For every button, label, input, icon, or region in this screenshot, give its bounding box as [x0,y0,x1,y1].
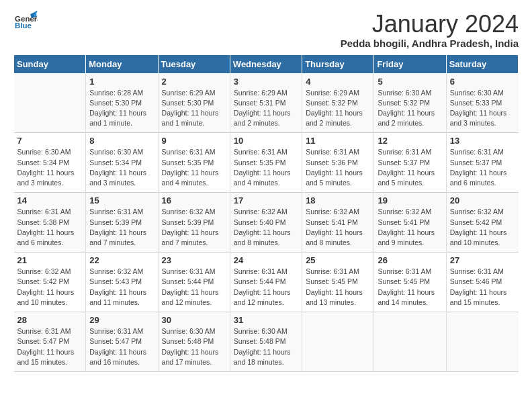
cell-info: Sunrise: 6:30 AM Sunset: 5:32 PM Dayligh… [378,88,442,129]
day-number: 31 [234,315,298,325]
calendar-cell: 19Sunrise: 6:32 AM Sunset: 5:41 PM Dayli… [374,193,446,253]
day-number: 2 [162,77,226,87]
day-number: 29 [89,315,154,325]
cell-info: Sunrise: 6:28 AM Sunset: 5:30 PM Dayligh… [89,88,154,129]
cell-info: Sunrise: 6:32 AM Sunset: 5:40 PM Dayligh… [234,207,298,248]
page-header: General Blue January 2024 Pedda bhogili,… [13,11,519,49]
weekday-header-monday: Monday [86,54,158,73]
cell-info: Sunrise: 6:31 AM Sunset: 5:44 PM Dayligh… [162,267,226,308]
calendar-cell [14,73,86,133]
cell-info: Sunrise: 6:31 AM Sunset: 5:35 PM Dayligh… [162,147,226,188]
calendar-cell: 3Sunrise: 6:29 AM Sunset: 5:31 PM Daylig… [230,73,302,133]
cell-info: Sunrise: 6:31 AM Sunset: 5:37 PM Dayligh… [450,147,515,188]
cell-info: Sunrise: 6:29 AM Sunset: 5:30 PM Dayligh… [162,88,226,129]
calendar-cell [374,312,446,372]
svg-text:Blue: Blue [15,21,32,30]
day-number: 18 [306,195,370,205]
day-number: 13 [450,136,515,146]
calendar-cell: 29Sunrise: 6:31 AM Sunset: 5:47 PM Dayli… [86,312,158,372]
day-number: 11 [306,136,370,146]
day-number: 12 [378,136,442,146]
calendar-cell: 30Sunrise: 6:30 AM Sunset: 5:48 PM Dayli… [158,312,230,372]
cell-info: Sunrise: 6:29 AM Sunset: 5:31 PM Dayligh… [234,88,298,129]
calendar-cell: 12Sunrise: 6:31 AM Sunset: 5:37 PM Dayli… [374,133,446,193]
location: Pedda bhogili, Andhra Pradesh, India [341,38,519,49]
weekday-header-wednesday: Wednesday [230,54,302,73]
day-number: 30 [162,315,226,325]
calendar-cell [302,312,374,372]
calendar-cell: 13Sunrise: 6:31 AM Sunset: 5:37 PM Dayli… [446,133,518,193]
calendar-cell: 18Sunrise: 6:32 AM Sunset: 5:41 PM Dayli… [302,193,374,253]
cell-info: Sunrise: 6:31 AM Sunset: 5:37 PM Dayligh… [378,147,442,188]
calendar-week-row: 1Sunrise: 6:28 AM Sunset: 5:30 PM Daylig… [14,73,519,133]
cell-info: Sunrise: 6:30 AM Sunset: 5:48 PM Dayligh… [234,326,298,367]
calendar-cell: 10Sunrise: 6:31 AM Sunset: 5:35 PM Dayli… [230,133,302,193]
day-number: 7 [17,136,83,146]
weekday-header-row: SundayMondayTuesdayWednesdayThursdayFrid… [14,54,519,73]
title-block: January 2024 Pedda bhogili, Andhra Prade… [341,11,519,49]
month-title: January 2024 [341,11,519,38]
calendar-cell: 17Sunrise: 6:32 AM Sunset: 5:40 PM Dayli… [230,193,302,253]
day-number: 1 [89,77,154,87]
calendar-cell: 16Sunrise: 6:32 AM Sunset: 5:39 PM Dayli… [158,193,230,253]
day-number: 5 [378,77,442,87]
cell-info: Sunrise: 6:30 AM Sunset: 5:48 PM Dayligh… [162,326,226,367]
calendar-table: SundayMondayTuesdayWednesdayThursdayFrid… [13,54,519,372]
cell-info: Sunrise: 6:31 AM Sunset: 5:46 PM Dayligh… [450,267,515,308]
calendar-cell: 8Sunrise: 6:30 AM Sunset: 5:34 PM Daylig… [86,133,158,193]
cell-info: Sunrise: 6:32 AM Sunset: 5:43 PM Dayligh… [89,267,154,308]
day-number: 14 [17,195,83,205]
calendar-cell: 26Sunrise: 6:31 AM Sunset: 5:45 PM Dayli… [374,253,446,312]
calendar-cell: 9Sunrise: 6:31 AM Sunset: 5:35 PM Daylig… [158,133,230,193]
cell-info: Sunrise: 6:31 AM Sunset: 5:44 PM Dayligh… [234,267,298,308]
cell-info: Sunrise: 6:32 AM Sunset: 5:41 PM Dayligh… [378,207,442,248]
day-number: 24 [234,255,298,265]
cell-info: Sunrise: 6:31 AM Sunset: 5:35 PM Dayligh… [234,147,298,188]
calendar-cell: 21Sunrise: 6:32 AM Sunset: 5:42 PM Dayli… [14,253,86,312]
cell-info: Sunrise: 6:32 AM Sunset: 5:42 PM Dayligh… [450,207,515,248]
day-number: 20 [450,195,515,205]
day-number: 8 [89,136,154,146]
calendar-cell: 22Sunrise: 6:32 AM Sunset: 5:43 PM Dayli… [86,253,158,312]
calendar-week-row: 21Sunrise: 6:32 AM Sunset: 5:42 PM Dayli… [14,253,519,312]
calendar-week-row: 14Sunrise: 6:31 AM Sunset: 5:38 PM Dayli… [14,193,519,253]
calendar-cell: 31Sunrise: 6:30 AM Sunset: 5:48 PM Dayli… [230,312,302,372]
cell-info: Sunrise: 6:31 AM Sunset: 5:47 PM Dayligh… [17,326,83,367]
cell-info: Sunrise: 6:30 AM Sunset: 5:34 PM Dayligh… [89,147,154,188]
cell-info: Sunrise: 6:32 AM Sunset: 5:42 PM Dayligh… [17,267,83,308]
weekday-header-tuesday: Tuesday [158,54,230,73]
logo-icon: General Blue [13,11,38,31]
calendar-cell: 15Sunrise: 6:31 AM Sunset: 5:39 PM Dayli… [86,193,158,253]
weekday-header-sunday: Sunday [14,54,86,73]
day-number: 17 [234,195,298,205]
calendar-cell: 20Sunrise: 6:32 AM Sunset: 5:42 PM Dayli… [446,193,518,253]
day-number: 10 [234,136,298,146]
calendar-week-row: 7Sunrise: 6:30 AM Sunset: 5:34 PM Daylig… [14,133,519,193]
cell-info: Sunrise: 6:31 AM Sunset: 5:47 PM Dayligh… [89,326,154,367]
weekday-header-saturday: Saturday [446,54,518,73]
day-number: 25 [306,255,370,265]
weekday-header-friday: Friday [374,54,446,73]
cell-info: Sunrise: 6:29 AM Sunset: 5:32 PM Dayligh… [306,88,370,129]
cell-info: Sunrise: 6:31 AM Sunset: 5:36 PM Dayligh… [306,147,370,188]
cell-info: Sunrise: 6:31 AM Sunset: 5:45 PM Dayligh… [306,267,370,308]
cell-info: Sunrise: 6:30 AM Sunset: 5:33 PM Dayligh… [450,88,515,129]
calendar-cell: 1Sunrise: 6:28 AM Sunset: 5:30 PM Daylig… [86,73,158,133]
cell-info: Sunrise: 6:32 AM Sunset: 5:39 PM Dayligh… [162,207,226,248]
day-number: 28 [17,315,83,325]
day-number: 15 [89,195,154,205]
calendar-week-row: 28Sunrise: 6:31 AM Sunset: 5:47 PM Dayli… [14,312,519,372]
day-number: 26 [378,255,442,265]
calendar-cell: 2Sunrise: 6:29 AM Sunset: 5:30 PM Daylig… [158,73,230,133]
cell-info: Sunrise: 6:31 AM Sunset: 5:38 PM Dayligh… [17,207,83,248]
calendar-cell: 5Sunrise: 6:30 AM Sunset: 5:32 PM Daylig… [374,73,446,133]
calendar-cell: 6Sunrise: 6:30 AM Sunset: 5:33 PM Daylig… [446,73,518,133]
cell-info: Sunrise: 6:30 AM Sunset: 5:34 PM Dayligh… [17,147,83,188]
day-number: 3 [234,77,298,87]
cell-info: Sunrise: 6:31 AM Sunset: 5:39 PM Dayligh… [89,207,154,248]
day-number: 27 [450,255,515,265]
day-number: 4 [306,77,370,87]
calendar-cell: 11Sunrise: 6:31 AM Sunset: 5:36 PM Dayli… [302,133,374,193]
day-number: 16 [162,195,226,205]
calendar-cell: 14Sunrise: 6:31 AM Sunset: 5:38 PM Dayli… [14,193,86,253]
